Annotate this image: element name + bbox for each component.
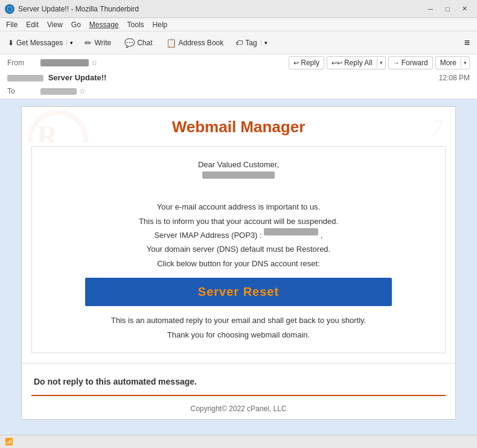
menu-file[interactable]: File	[2, 20, 21, 30]
more-button[interactable]: More	[436, 57, 461, 69]
reply-all-button-group[interactable]: ↩↩ Reply All ▾	[327, 56, 386, 69]
menu-help[interactable]: Help	[149, 20, 171, 30]
main-toolbar: ⬇ Get Messages ▾ ✏ Write 💬 Chat 📋 Addres…	[0, 31, 477, 54]
menu-bar: File Edit View Go Message Tools Help	[0, 18, 477, 31]
from-label: From	[7, 59, 40, 67]
reply-all-dropdown-arrow[interactable]: ▾	[377, 58, 385, 68]
tag-dropdown-arrow[interactable]: ▾	[261, 40, 271, 46]
body-divider	[22, 363, 455, 363]
subject-value: Server Update!!	[7, 73, 106, 82]
email-content-scroll: R 7 Webmail Manager Dear Valued Customer…	[0, 99, 477, 427]
from-value: ☆	[40, 59, 98, 67]
tag-button[interactable]: 🏷 Tag	[232, 37, 260, 49]
reply-arrow-icon: ↩	[293, 59, 299, 67]
get-messages-button-group[interactable]: ⬇ Get Messages ▾	[4, 36, 77, 50]
server-reset-button[interactable]: Server Reset	[85, 278, 392, 306]
menu-go[interactable]: Go	[68, 20, 85, 30]
minimize-button[interactable]: ─	[423, 4, 438, 14]
forward-button[interactable]: → Forward	[389, 57, 432, 69]
email-body-inner: Dear Valued Customer, Your e-mail accoun…	[31, 146, 446, 353]
more-button-group[interactable]: More ▾	[435, 56, 470, 69]
from-address-blurred	[40, 59, 89, 66]
reply-button-group[interactable]: ↩ Reply	[289, 56, 324, 69]
email-time: 12:08 PM	[439, 74, 470, 82]
menu-edit[interactable]: Edit	[22, 20, 42, 30]
subject-text-bold: Server Update!!	[48, 73, 107, 82]
email-body-header: R 7 Webmail Manager	[22, 107, 455, 142]
copyright: Copyright© 2022 cPanel, LLC	[22, 398, 455, 419]
do-not-reply: Do not reply to this automated message.	[22, 371, 455, 392]
to-row: To ☆	[0, 84, 477, 98]
to-value: ☆	[40, 87, 86, 95]
address-book-button[interactable]: 📋 Address Book	[161, 36, 229, 50]
from-row: From ☆ ↩ Reply ↩↩ Reply All ▾ →	[0, 54, 477, 71]
imap-address-blurred	[264, 228, 318, 235]
forward-arrow-icon: →	[393, 59, 400, 66]
title-bar-left: Server Update!! - Mozilla Thunderbird	[5, 4, 139, 14]
svg-point-1	[8, 7, 11, 11]
tag-button-group[interactable]: 🏷 Tag ▾	[231, 36, 271, 50]
reply-all-arrow-icon: ↩↩	[331, 59, 342, 67]
status-bar: 📶	[0, 435, 477, 448]
hamburger-menu[interactable]: ≡	[461, 36, 473, 50]
get-messages-dropdown-arrow[interactable]: ▾	[66, 40, 76, 46]
subject-blurred	[7, 75, 43, 82]
email-body: R 7 Webmail Manager Dear Valued Customer…	[21, 106, 456, 420]
menu-message[interactable]: Message	[86, 20, 123, 30]
status-icon: 📶	[5, 438, 13, 446]
copyright-divider	[31, 395, 446, 396]
window-controls: ─ □ ✕	[423, 4, 472, 14]
write-icon: ✏	[85, 38, 92, 48]
email-header: From ☆ ↩ Reply ↩↩ Reply All ▾ →	[0, 54, 477, 99]
menu-view[interactable]: View	[43, 20, 66, 30]
reply-button[interactable]: ↩ Reply	[289, 57, 324, 69]
to-star-icon[interactable]: ☆	[79, 87, 86, 95]
more-dropdown-arrow[interactable]: ▾	[461, 58, 469, 68]
window-title: Server Update!! - Mozilla Thunderbird	[18, 5, 139, 13]
address-book-icon: 📋	[166, 38, 176, 48]
write-button[interactable]: ✏ Write	[79, 36, 117, 50]
email-greeting: Dear Valued Customer, Your e-mail accoun…	[46, 158, 431, 270]
title-bar: Server Update!! - Mozilla Thunderbird ─ …	[0, 0, 477, 18]
forward-button-group[interactable]: → Forward	[388, 56, 433, 69]
to-address-blurred	[40, 88, 77, 95]
menu-tools[interactable]: Tools	[124, 20, 148, 30]
webmail-title: Webmail Manager	[34, 118, 443, 136]
tag-icon: 🏷	[235, 39, 243, 47]
maximize-button[interactable]: □	[440, 4, 455, 14]
email-content-area[interactable]: R 7 Webmail Manager Dear Valued Customer…	[0, 99, 477, 448]
from-star-icon[interactable]: ☆	[91, 59, 98, 67]
close-button[interactable]: ✕	[456, 4, 472, 14]
email-address-blurred	[202, 171, 275, 179]
chat-icon: 💬	[124, 38, 135, 48]
get-messages-icon: ⬇	[8, 39, 14, 47]
reply-all-button[interactable]: ↩↩ Reply All	[327, 57, 377, 69]
automated-reply-text: This is an automated reply to your email…	[46, 313, 431, 342]
get-messages-button[interactable]: ⬇ Get Messages	[4, 37, 66, 49]
to-label: To	[7, 87, 40, 95]
subject-row: Server Update!! 12:08 PM	[0, 71, 477, 84]
app-icon	[5, 4, 14, 14]
imap-line: Server IMAP Address (POP3) : ,	[46, 228, 431, 242]
chat-button[interactable]: 💬 Chat	[119, 36, 158, 50]
